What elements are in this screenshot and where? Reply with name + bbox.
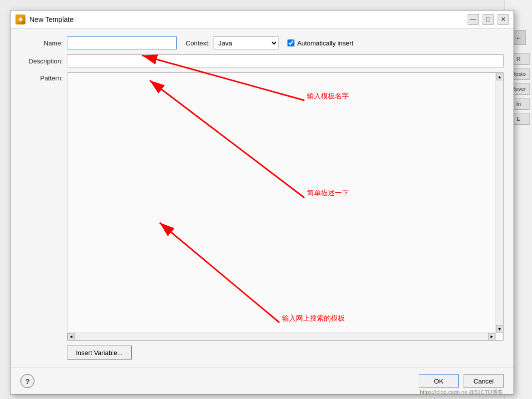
pattern-label: Pattern: [20,72,63,82]
name-label: Name: [20,39,63,47]
dialog-icon: ◈ [15,14,25,24]
dialog-body: Name: Context: Java JavaScript XML HTML … [10,28,514,368]
help-button[interactable]: ? [20,374,34,388]
insert-variable-button[interactable]: Insert Variable... [67,346,132,360]
maximize-icon: □ [486,15,490,23]
auto-insert-checkbox[interactable] [287,39,294,46]
vertical-scrollbar[interactable]: ▲ ▼ [496,73,503,333]
dialog-title: New Template [29,15,464,23]
dialog-titlebar: ◈ New Template — □ ✕ [10,10,514,28]
context-label: Context: [186,39,210,47]
footer-buttons: OK Cancel [419,374,504,388]
scroll-left-arrow[interactable]: ◄ [67,333,75,341]
maximize-button[interactable]: □ [483,14,494,25]
watermark: https://blog.csdn.ne @51CTO博客 [420,389,503,396]
auto-insert-wrapper: Automatically insert [287,39,353,47]
description-label: Description: [20,57,63,65]
name-input[interactable] [67,36,177,49]
scroll-down-arrow[interactable]: ▼ [496,325,504,333]
description-input[interactable] [67,54,504,67]
close-icon: ✕ [501,15,506,23]
ok-button[interactable]: OK [419,374,459,388]
context-select[interactable]: Java JavaScript XML HTML [214,36,278,49]
horizontal-scrollbar[interactable]: ◄ ► [67,333,496,340]
minimize-icon: — [470,15,477,23]
cancel-button[interactable]: Cancel [464,374,504,388]
scroll-right-arrow[interactable]: ► [488,333,496,341]
pattern-textarea-wrapper: ▲ ▼ ◄ ► [67,72,504,341]
pattern-row: Pattern: ▲ ▼ ◄ ► [20,72,504,341]
description-row: Description: [20,54,504,67]
auto-insert-label[interactable]: Automatically insert [297,39,353,47]
scroll-up-arrow[interactable]: ▲ [496,73,504,80]
close-button[interactable]: ✕ [498,14,509,25]
name-row: Name: Context: Java JavaScript XML HTML … [20,36,504,49]
minimize-button[interactable]: — [468,14,479,25]
pattern-textarea[interactable] [67,73,503,333]
new-template-dialog: ◈ New Template — □ ✕ Name: Context: Java… [10,10,514,395]
back-icon: ← [516,34,522,41]
